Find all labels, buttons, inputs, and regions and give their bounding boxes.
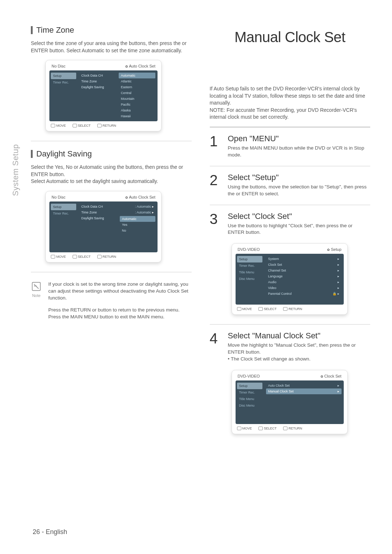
osd-option: Auto Clock Set▸ — [266, 383, 342, 388]
right-column: Manual Clock Set If Auto Setup fails to … — [210, 25, 371, 444]
divider — [31, 272, 192, 272]
divider — [210, 205, 371, 205]
step-number: 4 — [210, 331, 223, 363]
osd-row: Clock Data CH: Automatic ▸ — [80, 204, 155, 209]
osd-footer: MOVE SELECT RETURN — [49, 252, 158, 258]
osd-top-left: DVD-VIDEO — [238, 247, 260, 252]
osd-option: Audio▸ — [266, 279, 342, 285]
section-title-timezone: Time Zone — [31, 25, 192, 35]
osd-timezone: No Disc Auto Clock Set Setup Timer Rec. … — [45, 60, 162, 131]
osd-side-item: Timer Rec. — [51, 210, 76, 217]
osd-option: System▸ — [266, 256, 342, 262]
osd-row: Time Zone: Automatic ▸ — [80, 209, 155, 215]
step-title: Select "Setup" — [228, 173, 371, 182]
step-1: 1 Open "MENU" Press the MAIN MENU button… — [210, 134, 371, 159]
return-key-icon — [97, 255, 102, 258]
osd-option: Automatic — [119, 73, 155, 78]
step-text: Press the MAIN MENU button while the DVD… — [228, 145, 371, 159]
osd-side-item: Disc Menu — [237, 402, 262, 409]
title-text: Time Zone — [36, 25, 74, 35]
osd-sidebar: Setup Timer Rec. — [49, 70, 78, 121]
note-block: Note If your clock is set to the wrong t… — [31, 281, 192, 325]
step-title: Select "Manual Clock Set" — [228, 331, 371, 341]
timezone-paragraph: Select the time zone of your area using … — [31, 40, 192, 54]
osd-setup: DVD-VIDEO Setup Setup Timer Rec. Title M… — [232, 243, 348, 315]
osd-side-item: Setup — [237, 256, 262, 262]
daylight-paragraph: Select the Yes, No or Automatic using th… — [31, 164, 192, 185]
move-key-icon — [51, 255, 55, 258]
osd-side-item: Disc Menu — [237, 276, 262, 282]
move-key-icon — [51, 124, 55, 127]
osd-top-left: No Disc — [52, 195, 66, 199]
osd-option: Mountain — [119, 96, 155, 102]
osd-side-item: Timer Rec. — [237, 262, 262, 269]
osd-option: Yes — [120, 222, 155, 228]
osd-top-left: No Disc — [52, 64, 66, 68]
move-key-icon — [237, 307, 241, 311]
osd-side-item: Timer Rec. — [237, 389, 262, 396]
step-3: 3 Select "Clock Set" Use the buttons to … — [210, 212, 371, 236]
side-tab: System Setup — [11, 144, 20, 196]
osd-option: No — [120, 228, 155, 233]
return-key-icon — [283, 427, 287, 430]
step-number: 3 — [210, 212, 223, 236]
intro-paragraph: If Auto Setup fails to set the DVD Recor… — [210, 85, 371, 121]
return-key-icon — [97, 124, 102, 127]
osd-side-item: Timer Rec. — [51, 79, 76, 86]
step-title: Select "Clock Set" — [228, 212, 371, 221]
osd-side-item: Setup — [51, 73, 76, 79]
osd-option: Central — [119, 90, 155, 96]
section-title-daylight: Daylight Saving — [31, 149, 192, 159]
step-number: 1 — [210, 134, 223, 159]
select-key-icon — [73, 255, 77, 258]
osd-option: Clock Set▸ — [266, 262, 342, 268]
osd-option: Automatic — [120, 216, 155, 222]
osd-side-item: Title Menu — [237, 396, 262, 402]
select-key-icon — [258, 427, 263, 430]
osd-footer: MOVE SELECT RETURN — [236, 424, 344, 430]
osd-option: Eastern — [119, 84, 155, 90]
osd-side-item: Setup — [51, 204, 76, 210]
osd-top-right: Auto Clock Set — [125, 195, 155, 199]
osd-top-right: Clock Set — [320, 374, 342, 378]
osd-row: Daylight Saving — [80, 84, 117, 90]
osd-option: Manual Clock Set▸ — [266, 388, 342, 394]
osd-option: Hawaii — [119, 113, 155, 119]
divider — [31, 141, 192, 141]
step-number: 2 — [210, 173, 223, 197]
select-key-icon — [258, 307, 263, 311]
osd-option: Language▸ — [266, 273, 342, 279]
osd-footer: MOVE SELECT RETURN — [49, 121, 158, 127]
return-key-icon — [283, 307, 287, 311]
page-footer: 26 - English — [33, 528, 67, 536]
step-title: Open "MENU" — [228, 134, 371, 143]
osd-clockset: DVD-VIDEO Clock Set Setup Timer Rec. Tit… — [232, 370, 348, 434]
note-icon: Note — [31, 281, 42, 325]
move-key-icon — [237, 427, 241, 430]
osd-sidebar: Setup Timer Rec. Title Menu Disc Menu — [236, 380, 264, 424]
step-text: Use the buttons to highlight "Clock Set"… — [228, 223, 371, 236]
osd-option: Parental Control🔒 ▸ — [266, 291, 342, 297]
step-text: Using the buttons, move the selection ba… — [228, 184, 371, 197]
osd-top-left: DVD-VIDEO — [238, 374, 260, 378]
left-column: Time Zone Select the time zone of your a… — [11, 25, 192, 444]
osd-option: Atlantic — [119, 78, 155, 84]
divider — [210, 324, 371, 325]
osd-side-item: Setup — [237, 383, 262, 389]
step-2: 2 Select "Setup" Using the buttons, move… — [210, 173, 371, 197]
page-title: Manual Clock Set — [210, 29, 371, 45]
select-key-icon — [73, 124, 77, 127]
osd-option: Pacific — [119, 102, 155, 107]
note-text: If your clock is set to the wrong time z… — [48, 281, 192, 325]
osd-option: Alaska — [119, 107, 155, 113]
osd-daylight: No Disc Auto Clock Set Setup Timer Rec. … — [45, 191, 162, 262]
osd-top-right: Setup — [327, 247, 341, 252]
osd-option: Channel Set▸ — [266, 268, 342, 273]
osd-sidebar: Setup Timer Rec. — [49, 201, 78, 252]
divider — [210, 166, 371, 166]
osd-top-right: Auto Clock Set — [125, 64, 155, 68]
page-container: Time Zone Select the time zone of your a… — [0, 0, 392, 458]
osd-option: Video▸ — [266, 285, 342, 291]
divider — [210, 127, 371, 127]
osd-row: Clock Data CH — [80, 73, 117, 78]
